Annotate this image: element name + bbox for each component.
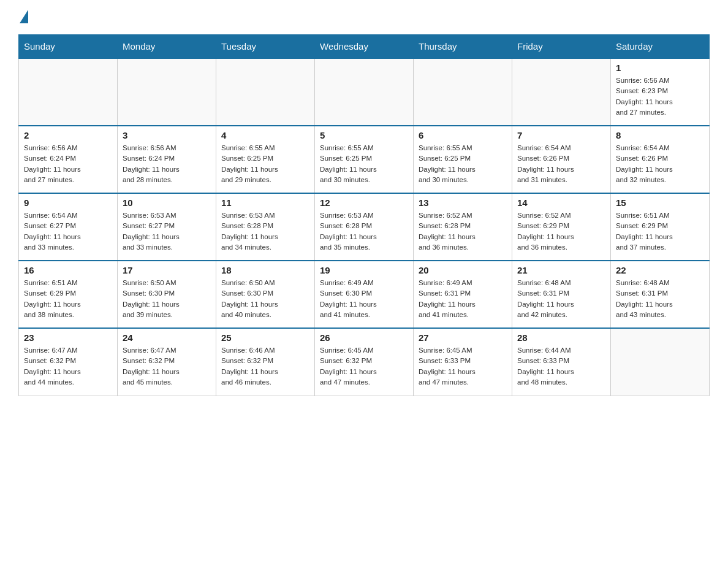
day-info: Sunrise: 6:56 AMSunset: 6:24 PMDaylight:…: [24, 143, 112, 185]
day-number: 17: [123, 265, 211, 275]
calendar-table: SundayMondayTuesdayWednesdayThursdayFrid…: [18, 34, 710, 396]
calendar-cell: 13Sunrise: 6:52 AMSunset: 6:28 PMDayligh…: [414, 193, 512, 261]
day-number: 3: [123, 130, 211, 140]
day-number: 14: [517, 197, 605, 208]
calendar-cell: 23Sunrise: 6:47 AMSunset: 6:32 PMDayligh…: [19, 328, 118, 396]
logo: [18, 12, 28, 22]
day-info: Sunrise: 6:53 AMSunset: 6:28 PMDaylight:…: [221, 210, 309, 253]
day-number: 5: [320, 130, 408, 140]
calendar-week-row: 16Sunrise: 6:51 AMSunset: 6:29 PMDayligh…: [19, 261, 710, 328]
day-info: Sunrise: 6:56 AMSunset: 6:23 PMDaylight:…: [616, 75, 704, 118]
calendar-cell: 28Sunrise: 6:44 AMSunset: 6:33 PMDayligh…: [512, 328, 611, 396]
calendar-week-row: 2Sunrise: 6:56 AMSunset: 6:24 PMDaylight…: [19, 126, 710, 193]
day-number: 10: [123, 197, 211, 208]
day-info: Sunrise: 6:51 AMSunset: 6:29 PMDaylight:…: [24, 278, 112, 320]
calendar-cell: 17Sunrise: 6:50 AMSunset: 6:30 PMDayligh…: [118, 261, 216, 328]
day-info: Sunrise: 6:50 AMSunset: 6:30 PMDaylight:…: [123, 278, 211, 320]
calendar-cell: 7Sunrise: 6:54 AMSunset: 6:26 PMDaylight…: [512, 126, 611, 193]
calendar-cell: 2Sunrise: 6:56 AMSunset: 6:24 PMDaylight…: [19, 126, 118, 193]
weekday-header-sunday: Sunday: [19, 35, 118, 59]
day-info: Sunrise: 6:49 AMSunset: 6:31 PMDaylight:…: [419, 278, 507, 320]
calendar-cell: 21Sunrise: 6:48 AMSunset: 6:31 PMDayligh…: [512, 261, 611, 328]
calendar-cell: [414, 58, 512, 126]
calendar-week-row: 23Sunrise: 6:47 AMSunset: 6:32 PMDayligh…: [19, 328, 710, 396]
day-info: Sunrise: 6:52 AMSunset: 6:28 PMDaylight:…: [419, 210, 507, 253]
day-info: Sunrise: 6:48 AMSunset: 6:31 PMDaylight:…: [517, 278, 605, 320]
calendar-cell: 5Sunrise: 6:55 AMSunset: 6:25 PMDaylight…: [315, 126, 414, 193]
day-number: 9: [24, 197, 112, 208]
calendar-cell: [118, 58, 216, 126]
day-info: Sunrise: 6:55 AMSunset: 6:25 PMDaylight:…: [419, 143, 507, 185]
calendar-cell: 27Sunrise: 6:45 AMSunset: 6:33 PMDayligh…: [414, 328, 512, 396]
day-info: Sunrise: 6:46 AMSunset: 6:32 PMDaylight:…: [221, 345, 309, 388]
calendar-cell: 16Sunrise: 6:51 AMSunset: 6:29 PMDayligh…: [19, 261, 118, 328]
day-info: Sunrise: 6:44 AMSunset: 6:33 PMDaylight:…: [517, 345, 605, 388]
weekday-header-thursday: Thursday: [414, 35, 512, 59]
calendar-cell: 8Sunrise: 6:54 AMSunset: 6:26 PMDaylight…: [611, 126, 710, 193]
calendar-cell: 6Sunrise: 6:55 AMSunset: 6:25 PMDaylight…: [414, 126, 512, 193]
day-info: Sunrise: 6:49 AMSunset: 6:30 PMDaylight:…: [320, 278, 408, 320]
day-number: 12: [320, 197, 408, 208]
calendar-week-row: 9Sunrise: 6:54 AMSunset: 6:27 PMDaylight…: [19, 193, 710, 261]
day-number: 13: [419, 197, 507, 208]
day-number: 18: [221, 265, 309, 275]
calendar-cell: 14Sunrise: 6:52 AMSunset: 6:29 PMDayligh…: [512, 193, 611, 261]
day-info: Sunrise: 6:51 AMSunset: 6:29 PMDaylight:…: [616, 210, 704, 253]
logo-triangle-icon: [20, 10, 28, 23]
calendar-cell: 10Sunrise: 6:53 AMSunset: 6:27 PMDayligh…: [118, 193, 216, 261]
day-info: Sunrise: 6:54 AMSunset: 6:26 PMDaylight:…: [517, 143, 605, 185]
calendar-cell: [611, 328, 710, 396]
calendar-cell: 24Sunrise: 6:47 AMSunset: 6:32 PMDayligh…: [118, 328, 216, 396]
weekday-header-friday: Friday: [512, 35, 611, 59]
calendar-week-row: 1Sunrise: 6:56 AMSunset: 6:23 PMDaylight…: [19, 58, 710, 126]
calendar-cell: [315, 58, 414, 126]
weekday-header-saturday: Saturday: [611, 35, 710, 59]
day-number: 1: [616, 63, 704, 73]
day-info: Sunrise: 6:48 AMSunset: 6:31 PMDaylight:…: [616, 278, 704, 320]
calendar-cell: 25Sunrise: 6:46 AMSunset: 6:32 PMDayligh…: [216, 328, 315, 396]
page-header: [18, 12, 710, 22]
day-number: 7: [517, 130, 605, 140]
day-info: Sunrise: 6:54 AMSunset: 6:26 PMDaylight:…: [616, 143, 704, 185]
day-info: Sunrise: 6:47 AMSunset: 6:32 PMDaylight:…: [123, 345, 211, 388]
day-info: Sunrise: 6:45 AMSunset: 6:33 PMDaylight:…: [419, 345, 507, 388]
calendar-cell: 19Sunrise: 6:49 AMSunset: 6:30 PMDayligh…: [315, 261, 414, 328]
calendar-cell: 20Sunrise: 6:49 AMSunset: 6:31 PMDayligh…: [414, 261, 512, 328]
day-number: 16: [24, 265, 112, 275]
calendar-cell: [512, 58, 611, 126]
day-number: 19: [320, 265, 408, 275]
calendar-cell: 1Sunrise: 6:56 AMSunset: 6:23 PMDaylight…: [611, 58, 710, 126]
calendar-cell: 18Sunrise: 6:50 AMSunset: 6:30 PMDayligh…: [216, 261, 315, 328]
day-info: Sunrise: 6:56 AMSunset: 6:24 PMDaylight:…: [123, 143, 211, 185]
day-number: 25: [221, 332, 309, 343]
day-info: Sunrise: 6:53 AMSunset: 6:28 PMDaylight:…: [320, 210, 408, 253]
day-number: 21: [517, 265, 605, 275]
day-info: Sunrise: 6:47 AMSunset: 6:32 PMDaylight:…: [24, 345, 112, 388]
calendar-cell: 12Sunrise: 6:53 AMSunset: 6:28 PMDayligh…: [315, 193, 414, 261]
day-info: Sunrise: 6:54 AMSunset: 6:27 PMDaylight:…: [24, 210, 112, 253]
day-number: 11: [221, 197, 309, 208]
day-number: 15: [616, 197, 704, 208]
day-number: 26: [320, 332, 408, 343]
calendar-cell: [19, 58, 118, 126]
day-info: Sunrise: 6:50 AMSunset: 6:30 PMDaylight:…: [221, 278, 309, 320]
day-number: 8: [616, 130, 704, 140]
calendar-cell: 26Sunrise: 6:45 AMSunset: 6:32 PMDayligh…: [315, 328, 414, 396]
day-info: Sunrise: 6:55 AMSunset: 6:25 PMDaylight:…: [320, 143, 408, 185]
weekday-header-tuesday: Tuesday: [216, 35, 315, 59]
day-number: 6: [419, 130, 507, 140]
day-info: Sunrise: 6:45 AMSunset: 6:32 PMDaylight:…: [320, 345, 408, 388]
calendar-cell: 22Sunrise: 6:48 AMSunset: 6:31 PMDayligh…: [611, 261, 710, 328]
day-number: 27: [419, 332, 507, 343]
day-info: Sunrise: 6:55 AMSunset: 6:25 PMDaylight:…: [221, 143, 309, 185]
calendar-cell: 15Sunrise: 6:51 AMSunset: 6:29 PMDayligh…: [611, 193, 710, 261]
calendar-cell: 4Sunrise: 6:55 AMSunset: 6:25 PMDaylight…: [216, 126, 315, 193]
day-number: 23: [24, 332, 112, 343]
day-info: Sunrise: 6:53 AMSunset: 6:27 PMDaylight:…: [123, 210, 211, 253]
calendar-cell: [216, 58, 315, 126]
day-number: 2: [24, 130, 112, 140]
calendar-cell: 3Sunrise: 6:56 AMSunset: 6:24 PMDaylight…: [118, 126, 216, 193]
day-number: 4: [221, 130, 309, 140]
calendar-cell: 9Sunrise: 6:54 AMSunset: 6:27 PMDaylight…: [19, 193, 118, 261]
weekday-header-wednesday: Wednesday: [315, 35, 414, 59]
